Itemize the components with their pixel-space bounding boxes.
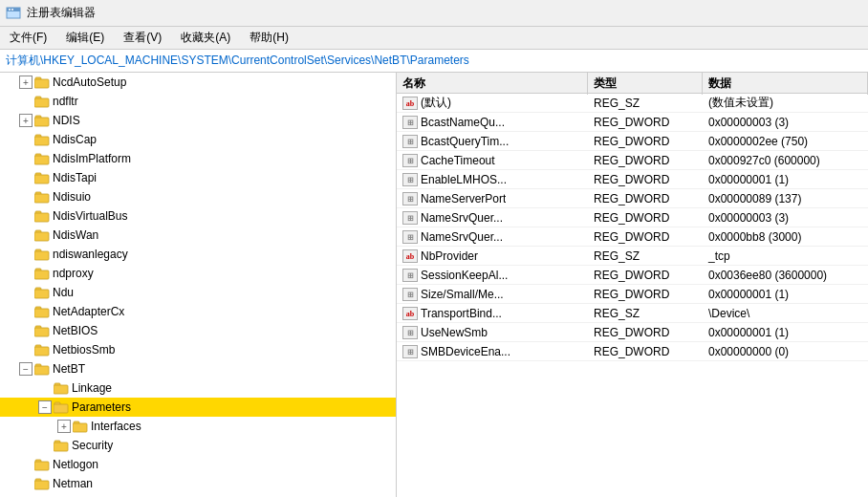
tree-item-netbios[interactable]: NetBIOS <box>0 321 396 340</box>
cell-name-text: Size/Small/Me... <box>421 288 504 301</box>
table-row[interactable]: abNbProviderREG_SZ_tcp <box>397 247 868 266</box>
cell-name-text: BcastNameQu... <box>421 116 505 129</box>
cell-name-text: NameSrvQuer... <box>421 230 503 244</box>
table-row[interactable]: ⊞NameSrvQuer...REG_DWORD0x00000003 (3) <box>397 208 868 227</box>
svg-rect-37 <box>54 385 68 394</box>
reg-sz-icon: ab <box>402 307 418 320</box>
svg-rect-43 <box>54 443 68 451</box>
no-expand-icon <box>19 343 33 357</box>
folder-icon <box>73 421 88 433</box>
menu-help[interactable]: 帮助(H) <box>240 27 298 49</box>
reg-dword-icon: ⊞ <box>402 116 418 129</box>
cell-data: 0x00000003 (3) <box>703 113 868 131</box>
folder-icon <box>34 325 50 337</box>
tree-item-parameters[interactable]: −Parameters <box>0 398 396 417</box>
folder-icon <box>34 306 50 318</box>
tree-item-label: Netlogon <box>53 458 98 471</box>
svg-rect-7 <box>34 98 49 107</box>
tree-panel[interactable]: +NcdAutoSetupndfltr+NDISNdisCapNdisImPla… <box>0 73 397 497</box>
svg-rect-11 <box>34 137 49 145</box>
cell-type: REG_DWORD <box>588 132 703 150</box>
no-expand-icon <box>19 286 33 299</box>
expand-icon[interactable]: + <box>19 114 33 127</box>
tree-item-netman[interactable]: Netman <box>0 474 396 493</box>
table-row[interactable]: ⊞NameSrvQuer...REG_DWORD0x0000bb8 (3000) <box>397 227 868 247</box>
menu-edit[interactable]: 编辑(E) <box>56 27 114 49</box>
expand-icon[interactable]: + <box>57 420 71 433</box>
cell-type: REG_DWORD <box>588 208 703 227</box>
table-row[interactable]: ⊞UseNewSmbREG_DWORD0x00000001 (1) <box>397 323 868 342</box>
svg-rect-9 <box>34 118 49 126</box>
table-row[interactable]: ⊞SMBDeviceEna...REG_DWORD0x00000000 (0) <box>397 342 868 361</box>
cell-type: REG_SZ <box>588 94 703 112</box>
tree-item-label: ndproxy <box>53 267 94 280</box>
cell-data: 0x00000001 (1) <box>703 285 868 303</box>
tree-item-ndiswanlegacy[interactable]: ndiswanlegacy <box>0 245 396 264</box>
table-row[interactable]: ⊞CacheTimeoutREG_DWORD0x000927c0 (600000… <box>397 151 868 170</box>
collapse-icon[interactable]: − <box>38 400 52 414</box>
cell-name-text: CacheTimeout <box>421 154 495 167</box>
menu-favorites[interactable]: 收藏夹(A) <box>171 27 240 49</box>
cell-data: _tcp <box>703 247 868 265</box>
tree-item-ndfltr[interactable]: ndfltr <box>0 92 396 111</box>
tree-item-ncdautosetup[interactable]: +NcdAutoSetup <box>0 73 396 92</box>
svg-rect-35 <box>34 366 49 375</box>
tree-item-netbt[interactable]: −NetBT <box>0 359 396 378</box>
tree-item-netlogon[interactable]: Netlogon <box>0 455 396 474</box>
cell-name: ⊞NameServerPort <box>397 189 588 207</box>
tree-item-label: Linkage <box>72 381 112 395</box>
tree-item-ndiswan[interactable]: NdisWan <box>0 226 396 245</box>
table-row[interactable]: ⊞Size/Small/Me...REG_DWORD0x00000001 (1) <box>397 285 868 304</box>
tree-item-ndproxy[interactable]: ndproxy <box>0 264 396 283</box>
tree-item-interfaces[interactable]: +Interfaces <box>0 417 396 436</box>
table-row[interactable]: abTransportBind...REG_SZ\Device\ <box>397 304 868 323</box>
table-row[interactable]: ⊞BcastQueryTim...REG_DWORD0x0000002ee (7… <box>397 132 868 151</box>
expand-icon[interactable]: + <box>19 76 33 89</box>
tree-item-ndisvirtualbus[interactable]: NdisVirtualBus <box>0 206 396 226</box>
cell-name-text: UseNewSmb <box>421 326 488 339</box>
main-area: +NcdAutoSetupndfltr+NDISNdisCapNdisImPla… <box>0 73 868 497</box>
table-row[interactable]: ⊞EnableLMHOS...REG_DWORD0x00000001 (1) <box>397 170 868 189</box>
tree-item-netadaptercx[interactable]: NetAdapterCx <box>0 302 396 321</box>
menu-file[interactable]: 文件(F) <box>0 27 56 49</box>
no-expand-icon <box>19 248 33 261</box>
tree-item-label: Interfaces <box>91 420 141 433</box>
svg-rect-41 <box>73 423 87 432</box>
tree-item-label: Ndu <box>53 286 74 299</box>
tree-item-ndu[interactable]: Ndu <box>0 283 396 302</box>
tree-item-linkage[interactable]: Linkage <box>0 378 396 398</box>
table-row[interactable]: ⊞SessionKeepAl...REG_DWORD0x0036ee80 (36… <box>397 266 868 285</box>
menu-view[interactable]: 查看(V) <box>114 27 171 49</box>
no-expand-icon <box>19 95 33 108</box>
tree-item-security[interactable]: Security <box>0 436 396 455</box>
svg-rect-33 <box>34 347 49 356</box>
svg-rect-45 <box>34 462 49 470</box>
reg-dword-icon: ⊞ <box>402 326 418 339</box>
table-row[interactable]: ab(默认)REG_SZ(数值未设置) <box>397 94 868 113</box>
cell-data: 0x00000001 (1) <box>703 323 868 341</box>
tree-item-ndis[interactable]: +NDIS <box>0 111 396 130</box>
tree-item-label: ndiswanlegacy <box>53 248 128 261</box>
collapse-icon[interactable]: − <box>19 362 33 376</box>
tree-item-ndistapi[interactable]: NdisTapi <box>0 168 396 187</box>
folder-icon <box>34 287 50 299</box>
table-row[interactable]: ⊞BcastNameQu...REG_DWORD0x00000003 (3) <box>397 113 868 132</box>
cell-type: REG_DWORD <box>588 151 703 169</box>
folder-icon <box>34 344 50 357</box>
tree-item-netbiossmb[interactable]: NetbiosSmb <box>0 340 396 359</box>
cell-type: REG_DWORD <box>588 266 703 284</box>
cell-data: 0x00000089 (137) <box>703 189 868 207</box>
cell-data: 0x00000000 (0) <box>703 342 868 360</box>
cell-name-text: SessionKeepAl... <box>421 269 508 282</box>
tree-item-ndisuio[interactable]: Ndisuio <box>0 187 396 206</box>
table-row[interactable]: ⊞NameServerPortREG_DWORD0x00000089 (137) <box>397 189 868 208</box>
svg-rect-25 <box>34 270 49 279</box>
folder-icon <box>34 478 50 490</box>
cell-type: REG_DWORD <box>588 170 703 188</box>
cell-name-text: BcastQueryTim... <box>421 135 509 148</box>
cell-name: ⊞SessionKeepAl... <box>397 266 588 284</box>
svg-rect-21 <box>34 232 49 241</box>
tree-item-ndisimplatform[interactable]: NdisImPlatform <box>0 149 396 168</box>
tree-item-ndiscap[interactable]: NdisCap <box>0 130 396 149</box>
cell-name: ⊞BcastQueryTim... <box>397 132 588 150</box>
